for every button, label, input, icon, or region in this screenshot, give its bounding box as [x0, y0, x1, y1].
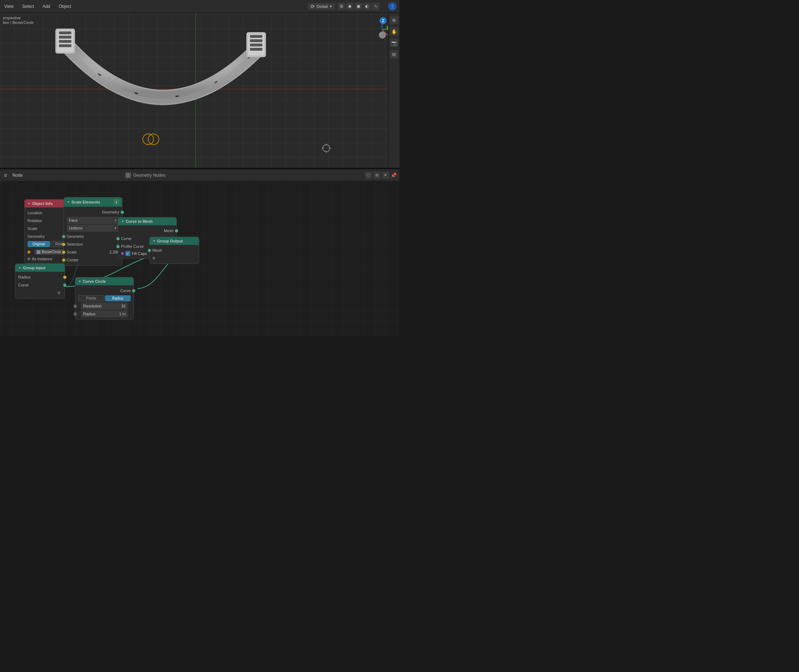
- group-input-title: Group Input: [23, 266, 45, 270]
- gizmo-z-axis[interactable]: Z: [380, 17, 387, 24]
- socket-curve-in[interactable]: [117, 237, 120, 240]
- snap-button[interactable]: ⦿: [337, 3, 345, 10]
- socket-center-out[interactable]: [62, 259, 66, 262]
- 3d-viewport[interactable]: View Select Add Object ⟳ Global ▼ ⦿ ◉ ▣ …: [0, 0, 400, 168]
- as-instance-label: As Instance: [32, 257, 52, 261]
- node-object-info-arrow: ▼: [27, 202, 31, 205]
- row-curve-circle-out: Curve: [75, 287, 134, 294]
- menu-select[interactable]: Select: [21, 3, 35, 10]
- node-editor-panel: d Node ⬡ Geometry Nodes 🛡 ⧉ ✕ 📌 3D Curve: [0, 169, 400, 336]
- close-icon[interactable]: ✕: [382, 172, 389, 179]
- socket-radius-in[interactable]: [74, 312, 77, 316]
- row-mesh-out: Mesh: [118, 227, 176, 235]
- socket-mesh-in[interactable]: [148, 249, 151, 252]
- group-output-arrow: ▼: [152, 239, 156, 243]
- socket-profile-curve-in[interactable]: [117, 245, 120, 248]
- scale-elements-title: Scale Elements: [71, 200, 100, 204]
- bezier-dot: [27, 251, 30, 253]
- scale-elements-arrow: ▼: [67, 200, 70, 204]
- svg-rect-10: [250, 43, 262, 46]
- group-input-arrow: ▼: [18, 266, 21, 270]
- socket-selection-out[interactable]: [62, 243, 66, 246]
- geo-nodes-title: Geometry Nodes: [133, 173, 166, 178]
- socket-curve-out[interactable]: [63, 283, 66, 287]
- bezier-color-swatch: [37, 250, 40, 254]
- uniform-label: Uniform: [69, 226, 83, 230]
- tool-camera[interactable]: 📷: [390, 38, 398, 47]
- socket-mesh-out[interactable]: [175, 229, 178, 232]
- node-scale-elements-header[interactable]: ▼ Scale Elements i: [64, 197, 122, 207]
- socket-radius-out[interactable]: [63, 276, 66, 279]
- radius-out-label: Radius: [18, 275, 62, 279]
- socket-geometry-in-out[interactable]: [121, 211, 124, 214]
- menu-object[interactable]: Object: [58, 3, 73, 10]
- shield-icon[interactable]: 🛡: [365, 172, 372, 179]
- curve-circle-arrow: ▼: [78, 280, 81, 283]
- timeline-button[interactable]: ∿: [372, 3, 380, 10]
- socket-resolution[interactable]: [74, 305, 77, 308]
- gizmo-dot: [379, 31, 386, 38]
- node-curve-to-mesh-header[interactable]: ▼ Curve to Mesh: [118, 218, 176, 225]
- row-radius-out: Radius: [15, 273, 65, 281]
- node-menu-node[interactable]: Node: [11, 172, 24, 179]
- node-canvas[interactable]: ▼ Object Info Location Rotation Scale Ge…: [0, 181, 400, 336]
- as-instance-dot: [27, 258, 30, 260]
- scale-elements-info-icon[interactable]: i: [113, 199, 119, 205]
- row-mesh-in: Mesh: [150, 246, 199, 254]
- node-scale-elements: ▼ Scale Elements i Geometry Face ▼ Unifo…: [64, 197, 123, 266]
- node-editor-actions: 🛡 ⧉ ✕ 📌: [365, 172, 397, 179]
- socket-curve-circle-out[interactable]: [132, 289, 135, 293]
- center-out-label: Center: [67, 258, 119, 262]
- socket-scale-value-out[interactable]: [62, 251, 66, 254]
- radius-field[interactable]: Radius 1 m: [81, 310, 128, 317]
- socket-output-extra[interactable]: [152, 257, 155, 259]
- shading-button[interactable]: ▣: [355, 3, 363, 10]
- uniform-dropdown[interactable]: Uniform ▼: [67, 225, 119, 232]
- row-input-dot: [15, 289, 65, 297]
- face-label: Face: [69, 218, 77, 222]
- node-group-input: ▼ Group Input Radius Curve: [15, 264, 65, 299]
- face-dropdown[interactable]: Face ▼: [67, 217, 119, 224]
- menu-add[interactable]: Add: [41, 3, 51, 10]
- origin-indicator: [139, 130, 164, 148]
- toggle-original[interactable]: Original: [27, 241, 50, 247]
- 3d-cursor: [321, 143, 332, 154]
- tool-pan[interactable]: ✋: [390, 27, 398, 36]
- group-output-title: Group Output: [157, 239, 183, 243]
- tool-grid[interactable]: ⊞: [390, 50, 398, 59]
- copy-icon[interactable]: ⧉: [374, 172, 380, 179]
- pin-icon[interactable]: 📌: [391, 173, 397, 178]
- transform-orientation[interactable]: ⟳ Global ▼: [308, 3, 335, 10]
- node-curve-circle: ▼ Curve Circle Curve Points Radius Resol…: [75, 277, 134, 320]
- socket-geometry-out-left[interactable]: [62, 235, 66, 238]
- node-curve-circle-header[interactable]: ▼ Curve Circle: [75, 277, 134, 285]
- resolution-value: 32: [121, 304, 126, 308]
- collection-label: tion | BezierCircle: [3, 20, 34, 25]
- face-arrow: ▼: [114, 219, 117, 222]
- row-scale-out: Scale 2.200: [64, 248, 122, 256]
- resolution-label: Resolution: [83, 304, 102, 308]
- node-group-output-header[interactable]: ▼ Group Output: [150, 237, 199, 245]
- toggle-points[interactable]: Points: [78, 295, 104, 301]
- geometry-out-label: Geometry: [67, 234, 119, 238]
- orientation-label: Global: [316, 4, 328, 8]
- user-avatar: 👤: [388, 2, 397, 11]
- snap-tools: ⦿ ◉ ▣ ◐ ∿: [337, 3, 380, 10]
- node-curve-circle-body: Curve Points Radius Resolution 32: [75, 285, 134, 319]
- toggle-radius[interactable]: Radius: [105, 295, 131, 301]
- radius-field-label: Radius: [83, 312, 95, 316]
- overlay-button[interactable]: ◉: [346, 3, 354, 10]
- node-menu-d[interactable]: d: [3, 172, 8, 179]
- fill-caps-checkbox[interactable]: ✓: [125, 251, 130, 256]
- svg-rect-4: [59, 40, 71, 43]
- row-resolution: Resolution 32: [75, 302, 134, 310]
- socket-fill-caps[interactable]: [121, 252, 124, 255]
- viewport-shading[interactable]: ◐: [363, 3, 371, 10]
- tool-zoom[interactable]: ⊕: [390, 16, 398, 24]
- svg-rect-11: [250, 48, 262, 51]
- svg-rect-8: [250, 35, 262, 38]
- resolution-field[interactable]: Resolution 32: [81, 302, 128, 310]
- menu-view[interactable]: View: [3, 3, 15, 10]
- node-group-input-header[interactable]: ▼ Group Input: [15, 264, 65, 272]
- 3d-curve-object: [36, 18, 304, 154]
